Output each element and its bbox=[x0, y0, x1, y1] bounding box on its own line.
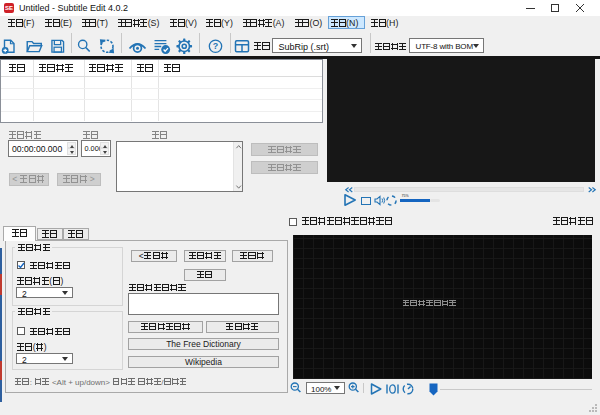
svg-text:?: ? bbox=[212, 41, 217, 51]
